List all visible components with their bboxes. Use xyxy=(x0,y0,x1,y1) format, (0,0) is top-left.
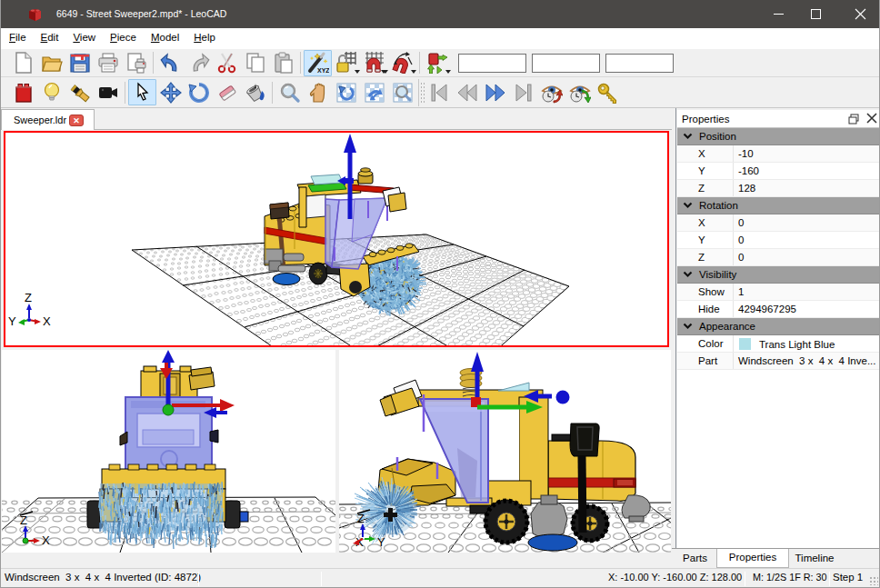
svg-text:X: X xyxy=(42,533,50,547)
svg-text:Y: Y xyxy=(377,535,385,549)
svg-text:Y: Y xyxy=(8,314,16,328)
svg-text:X: X xyxy=(43,314,51,328)
svg-text:XYZ: XYZ xyxy=(317,67,329,74)
svg-text:Z: Z xyxy=(25,291,32,304)
